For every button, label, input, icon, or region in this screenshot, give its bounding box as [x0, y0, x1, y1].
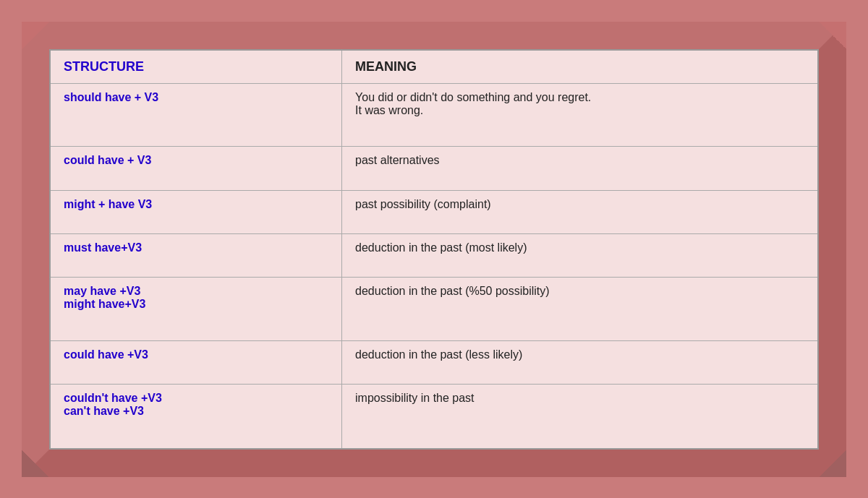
structure-text: might have+V3: [64, 298, 145, 310]
structure-cell: could have +V3: [50, 341, 342, 385]
structure-cell: should have + V3: [50, 83, 342, 147]
meaning-text: past alternatives: [355, 154, 440, 166]
meaning-cell: deduction in the past (less likely): [342, 341, 818, 385]
table-row: should have + V3You did or didn't do som…: [50, 83, 818, 147]
meaning-cell: deduction in the past (%50 possibility): [342, 278, 818, 341]
meaning-cell: impossibility in the past: [342, 385, 818, 449]
grammar-table: STRUCTURE MEANING should have + V3You di…: [49, 49, 819, 450]
structure-header-label: STRUCTURE: [64, 59, 144, 74]
table-row: must have+V3deduction in the past (most …: [50, 233, 818, 277]
table-container: STRUCTURE MEANING should have + V3You di…: [49, 49, 819, 450]
structure-cell: must have+V3: [50, 233, 342, 277]
meaning-text: past possibility (complaint): [355, 198, 491, 210]
table-row: might + have V3past possibility (complai…: [50, 190, 818, 233]
table-row: could have +V3deduction in the past (les…: [50, 341, 818, 385]
structure-text: might + have V3: [64, 198, 152, 210]
structure-cell: couldn't have +V3can't have +V3: [50, 385, 342, 449]
structure-text: may have +V3: [64, 285, 140, 297]
structure-text: could have + V3: [64, 154, 151, 166]
meaning-header-label: MEANING: [355, 59, 417, 74]
table-row: may have +V3might have+V3deduction in th…: [50, 278, 818, 341]
structure-header: STRUCTURE: [50, 50, 342, 84]
meaning-cell: deduction in the past (most likely): [342, 233, 818, 277]
structure-text: could have +V3: [64, 348, 148, 361]
structure-cell: may have +V3might have+V3: [50, 278, 342, 341]
structure-text: can't have +V3: [64, 405, 144, 417]
structure-text: must have+V3: [64, 241, 142, 254]
table-row: could have + V3past alternatives: [50, 147, 818, 190]
meaning-text: deduction in the past (less likely): [355, 348, 522, 361]
structure-cell: might + have V3: [50, 190, 342, 233]
structure-text: couldn't have +V3: [64, 392, 162, 404]
meaning-text: You did or didn't do something and you r…: [355, 91, 591, 103]
table-row: couldn't have +V3can't have +V3impossibi…: [50, 385, 818, 449]
structure-text: should have + V3: [64, 91, 158, 103]
outer-frame: STRUCTURE MEANING should have + V3You di…: [22, 22, 846, 477]
meaning-text: deduction in the past (most likely): [355, 241, 527, 254]
meaning-cell: past possibility (complaint): [342, 190, 818, 233]
meaning-cell: You did or didn't do something and you r…: [342, 83, 818, 147]
meaning-cell: past alternatives: [342, 147, 818, 190]
meaning-text: It was wrong.: [355, 104, 423, 116]
structure-cell: could have + V3: [50, 147, 342, 190]
meaning-header: MEANING: [342, 50, 818, 84]
meaning-text: deduction in the past (%50 possibility): [355, 285, 550, 297]
meaning-text: impossibility in the past: [355, 392, 475, 404]
